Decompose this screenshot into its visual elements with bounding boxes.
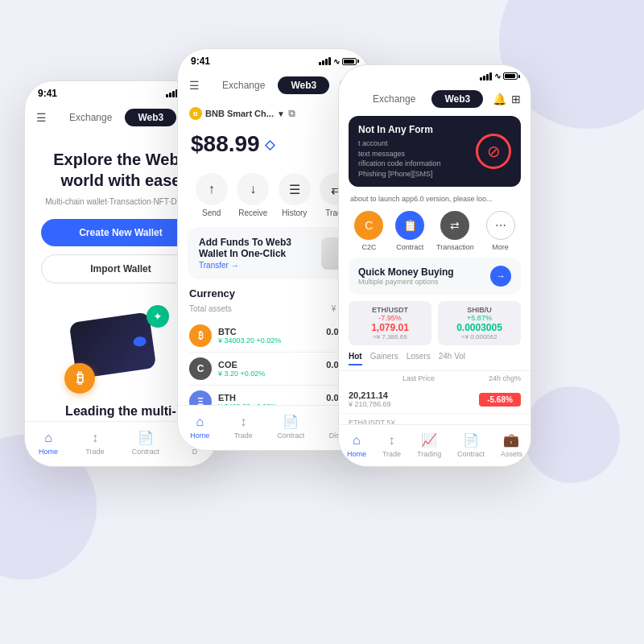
buy-subtitle: Multiple payment options [358,278,454,286]
status-icons-3: ∿ [480,72,518,80]
battery-icon-2 [342,58,357,65]
bitcoin-coin-icon: ₿ [64,363,95,394]
shib-change: +5.87% [444,314,514,322]
eth-name: ETH [218,393,277,402]
market-pair-1: 20,211.14 [349,390,391,400]
c2c-icon: C [354,211,383,240]
diamond-icon: ◇ [265,137,275,152]
contract-icon-3: 📄 [463,432,479,448]
quick-icons: C C2C 📋 Contract ⇄ Transaction ⋯ More [339,208,530,258]
send-button[interactable]: ↑ Send [196,173,228,217]
nav-contract-1[interactable]: 📄 Contract [132,430,159,456]
nav-trade-1[interactable]: ↕ Trade [85,430,104,456]
market-table-header: Last Price 24h chg% [339,371,530,386]
receive-button[interactable]: ↓ Receive [237,173,269,217]
history-icon: ☰ [279,173,311,205]
total-assets-label: Total assets [189,304,232,313]
p3-header-icons: 🔔 ⊞ [493,93,521,105]
btc-name: BTC [218,327,281,336]
btc-price: ¥ 34003.20 +0.02% [218,336,281,345]
market-tab-hot[interactable]: Hot [349,352,362,365]
trading-icon-3: 📈 [421,432,437,448]
nav-trade-2[interactable]: ↕ Trade [234,414,253,440]
more-button[interactable]: ⋯ More [486,211,515,251]
contract-icon-nav-2: 📄 [283,414,299,430]
market-tab-losers[interactable]: Losers [407,352,431,365]
tab-exchange-2[interactable]: Exchange [209,76,278,94]
nav-tabs-1: Exchange Web3 [47,105,186,130]
home-icon-2: ⌂ [192,414,208,430]
market-tab-24hvol[interactable]: 24h Vol [439,352,465,365]
menu-icon-2[interactable]: ☰ [189,79,200,92]
tab-exchange-3[interactable]: Exchange [360,90,428,108]
nav-trading-3[interactable]: 📈 Trading [417,432,441,458]
shib-ticker[interactable]: SHIB/U +5.87% 0.0003005 ≈¥ 0.000062 [438,301,521,345]
status-icons-2: ∿ [319,57,357,66]
market-sub-1: ¥ 210,786.69 [349,400,391,408]
tab-web3-3[interactable]: Web3 [431,90,483,108]
tab-exchange-1[interactable]: Exchange [56,109,125,126]
add-funds-card[interactable]: Add Funds To Web3 Wallet In One-Click Tr… [188,227,360,279]
buy-title: Quick Money Buying [358,266,454,278]
nav-home-3[interactable]: ⌂ Home [347,432,366,458]
transaction-icon: ⇄ [440,211,469,240]
nav-home-2[interactable]: ⌂ Home [190,414,209,440]
bell-icon-3[interactable]: 🔔 [493,93,506,105]
eth-ticker-price: 1,079.01 [355,322,425,333]
add-funds-link[interactable]: Transfer → [199,261,321,270]
nav-home-1[interactable]: ⌂ Home [39,430,58,456]
bottom-nav-3: ⌂ Home ↕ Trade 📈 Trading 📄 Contract 💼 As… [339,424,530,466]
grid-icon-3[interactable]: ⊞ [511,93,521,105]
nav-tabs-2: Exchange Web3 [200,73,339,97]
trade-icon-nav-2: ↕ [235,414,251,430]
coe-price: ¥ 3.20 +0.02% [218,369,265,378]
shib-ticker-price: 0.0003005 [444,322,514,333]
c2c-button[interactable]: C C2C [354,211,383,251]
asset-row-btc[interactable]: ₿ BTC ¥ 34003.20 +0.02% 0.03511 $8.29 [189,320,358,353]
quick-buy-card[interactable]: Quick Money Buying Multiple payment opti… [349,258,521,295]
nav-assets-3[interactable]: 💼 Assets [501,432,522,458]
market-row-1[interactable]: 20,211.14 ¥ 210,786.69 -5.68% [339,386,530,414]
currency-title: Currency [189,287,235,299]
phone-3: ∿ Exchange Web3 🔔 ⊞ Not In Any Form t ac… [338,64,531,467]
ban-icon: ⊘ [476,134,511,169]
coe-icon: C [189,357,212,380]
wifi-icon-2: ∿ [333,57,340,66]
eth-change: -7.95% [355,314,425,322]
transaction-button[interactable]: ⇄ Transaction [436,211,474,251]
menu-icon-1[interactable]: ☰ [36,111,47,124]
shib-yen: ≈¥ 0.000062 [444,333,514,341]
tab-web3-1[interactable]: Web3 [125,109,176,126]
send-icon: ↑ [196,173,228,205]
contract-button[interactable]: 📋 Contract [395,211,424,251]
btc-icon: ₿ [189,324,212,347]
eth-ticker[interactable]: ETH/USDT -7.95% 1,079.01 ≈¥ 7,386.69 [349,301,431,345]
balance-amount: $88.99 [191,131,260,157]
status-time-1: 9:41 [38,88,57,99]
market-tab-gainers[interactable]: Gainers [370,352,398,365]
nav-contract-2[interactable]: 📄 Contract [277,414,304,440]
last-price-header: Last Price [402,374,435,382]
wallet-illustration: ₿ ✦ [56,301,185,398]
shib-pair: SHIB/U [444,306,514,314]
home-icon-1: ⌂ [40,430,56,446]
signal-icon-2 [319,57,331,65]
receive-icon: ↓ [237,173,269,205]
nav-contract-3[interactable]: 📄 Contract [457,432,485,458]
history-button[interactable]: ☰ History [279,173,311,217]
chain-dot-icon: B [189,107,202,120]
chg-header: 24h chg% [489,374,521,382]
phones-container: 9:41 ∿ ☰ Exchange Web3 Explore the Web3 … [16,16,628,628]
market-change-1: -5.68% [479,393,521,407]
trade-icon-1: ↕ [87,430,103,446]
contract-icon-1: 📄 [138,430,154,446]
status-time-2: 9:41 [191,56,210,67]
tab-web3-2[interactable]: Web3 [278,76,329,94]
asset-row-coe[interactable]: C COE ¥ 3.20 +0.02% 0.03511 $8.29 [189,353,358,386]
more-icon: ⋯ [486,211,515,240]
buy-arrow-icon[interactable]: → [490,266,511,287]
green-coin-icon: ✦ [147,305,169,328]
coe-name: COE [218,360,265,369]
warning-banner[interactable]: Not In Any Form t accounttext messagesri… [349,116,521,187]
nav-trade-3[interactable]: ↕ Trade [382,432,401,458]
